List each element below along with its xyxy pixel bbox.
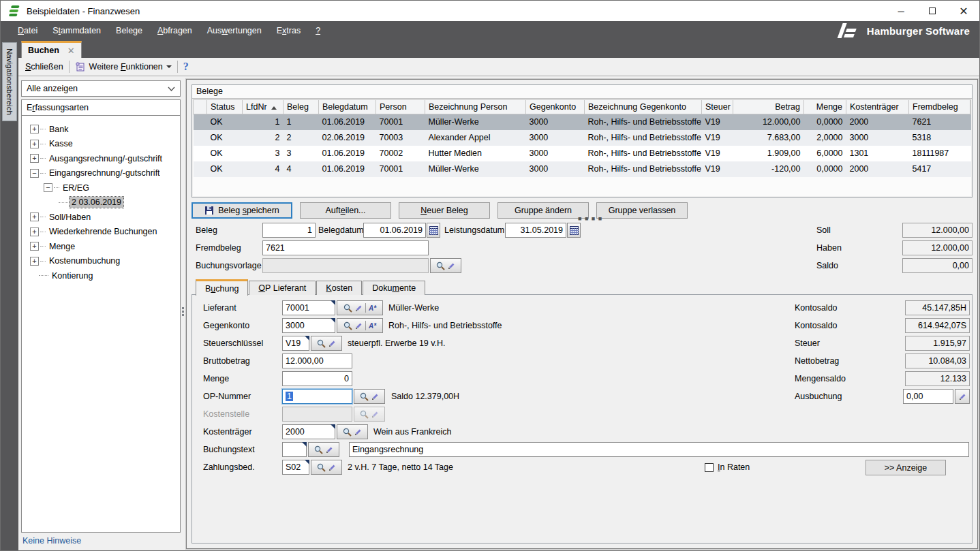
beleg-input[interactable] <box>262 223 316 238</box>
expand-icon[interactable]: + <box>30 140 39 148</box>
close-button[interactable]: ✕ <box>948 1 979 21</box>
gegenkonto-lookup-buttons[interactable]: A* <box>337 318 383 333</box>
col-steuer[interactable]: Steuer <box>702 100 733 114</box>
kostenstelle-input <box>282 407 352 422</box>
col-person[interactable]: Person <box>376 100 425 114</box>
lieferant-lookup-buttons[interactable]: A* <box>337 300 383 315</box>
tab-op-lieferant[interactable]: OP Lieferant <box>249 281 316 295</box>
collapse-icon[interactable]: − <box>44 183 52 192</box>
buchungstext-lookup-buttons[interactable] <box>308 442 339 457</box>
buchungstext-input[interactable] <box>349 442 969 457</box>
col-beleg[interactable]: Beleg <box>284 100 319 114</box>
steuerschluessel-input[interactable] <box>282 336 309 351</box>
tab-buchung[interactable]: Buchung <box>196 279 248 296</box>
expand-icon[interactable]: + <box>30 212 39 221</box>
ausbuchung-input[interactable] <box>903 389 953 404</box>
pencil-icon <box>328 340 336 347</box>
expand-icon[interactable]: + <box>30 154 39 163</box>
op-nummer-input[interactable]: 1 <box>282 389 352 404</box>
schliessen-button[interactable]: Schließen <box>25 62 63 72</box>
menu-belege[interactable]: Belege <box>108 21 150 40</box>
tree-item-date-selected[interactable]: 2 03.06.2019 <box>25 195 177 210</box>
pencil-icon <box>354 428 362 436</box>
col-belegdatum[interactable]: Belegdatum <box>319 100 376 114</box>
tab-close-icon[interactable]: ✕ <box>67 46 75 56</box>
search-icon <box>317 463 326 472</box>
fremdbeleg-input[interactable] <box>262 240 429 255</box>
table-row[interactable]: OK22 02.06.201970003Alexander Appel 3000… <box>194 130 971 146</box>
leistungsdatum-calendar-button[interactable] <box>567 223 581 238</box>
menu-extras[interactable]: Extras <box>269 21 308 40</box>
help-icon[interactable]: ? <box>183 61 189 73</box>
col-bez-person[interactable]: Bezeichnung Person <box>425 100 526 114</box>
title-bar: Beispieldaten - Finanzwesen ─ ✕ <box>1 1 979 21</box>
weitere-funktionen-button[interactable]: Weitere Funktionen <box>75 62 172 72</box>
gruppe-aendern-button[interactable]: Gruppe ändern <box>497 202 589 219</box>
menge-input[interactable] <box>282 371 352 386</box>
anzeige-filter-dropdown[interactable]: Alle anzeigen <box>21 80 181 97</box>
ausbuchung-pencil-button[interactable] <box>955 389 970 404</box>
tree-item-wiederkehrende[interactable]: +Wiederkehrende Buchungen <box>25 225 177 240</box>
menu-auswertungen[interactable]: Auswertungen <box>200 21 269 40</box>
table-row[interactable]: OK33 01.06.201970002Hutter Medien 3000Ro… <box>194 146 971 161</box>
op-nummer-lookup-buttons[interactable] <box>354 389 385 404</box>
col-kostentraeger[interactable]: Kostenträger <box>846 100 909 114</box>
tree-item-kostenumbuchung[interactable]: +Kostenumbuchung <box>25 254 177 269</box>
tab-dokumente[interactable]: Dokumente <box>363 281 425 295</box>
hinweise-status[interactable]: Keine Hinweise <box>21 533 181 549</box>
tab-kosten[interactable]: Kosten <box>316 281 362 295</box>
menu-hilfe[interactable]: ? <box>308 21 328 40</box>
expand-icon[interactable]: + <box>30 125 39 133</box>
buchungstext-code-input[interactable] <box>282 442 307 457</box>
buchungsvorlage-lookup-buttons[interactable] <box>430 258 461 273</box>
tree-item-soll-haben[interactable]: +Soll/Haben <box>25 210 177 225</box>
minimize-button[interactable]: ─ <box>885 1 917 21</box>
menu-stammdaten[interactable]: Stammdaten <box>45 21 108 40</box>
belegdatum-calendar-button[interactable] <box>427 223 440 238</box>
menu-datei[interactable]: Datei <box>10 21 45 40</box>
tree-item-er-eg[interactable]: −ER/EG <box>25 180 177 195</box>
expand-icon[interactable]: + <box>30 227 39 236</box>
gruppe-verlassen-button[interactable]: Gruppe verlassen <box>596 202 688 219</box>
tree-item-menge[interactable]: +Menge <box>25 239 177 254</box>
expand-icon[interactable]: + <box>30 257 39 266</box>
col-bez-gegenkonto[interactable]: Bezeichnung Gegenkonto <box>585 100 702 114</box>
col-status[interactable]: Status <box>207 100 243 114</box>
zahlungsbed-lookup-buttons[interactable] <box>311 460 342 475</box>
col-lfdnr[interactable]: LfdNr <box>243 100 284 114</box>
tab-buchen[interactable]: Buchen ✕ <box>21 41 82 58</box>
in-raten-checkbox[interactable] <box>705 463 714 472</box>
leistungsdatum-input[interactable] <box>505 223 566 238</box>
panel-splitter[interactable] <box>181 79 186 549</box>
kostentraeger-input[interactable] <box>282 424 335 439</box>
aufteilen-button[interactable]: Aufteilen... <box>300 202 391 219</box>
tree-item-kasse[interactable]: +Kasse <box>25 137 177 152</box>
neuer-beleg-button[interactable]: Neuer Beleg <box>399 202 490 219</box>
tree-item-kontierung[interactable]: Kontierung <box>25 268 177 283</box>
zahlungsbed-input[interactable] <box>282 460 309 475</box>
table-row[interactable]: OK11 01.06.201970001Müller-Werke 3000Roh… <box>194 114 971 130</box>
table-row[interactable]: OK44 01.06.201970001Müller-Werke 3000Roh… <box>194 161 971 177</box>
tree-item-bank[interactable]: +Bank <box>25 122 177 137</box>
belegdatum-input[interactable] <box>363 223 426 238</box>
collapse-icon[interactable]: − <box>30 169 39 178</box>
tree-item-eingangsrechnung[interactable]: −Eingangsrechnung/-gutschrift <box>25 166 177 181</box>
col-fremdbeleg[interactable]: Fremdbeleg <box>909 100 970 114</box>
menu-abfragen[interactable]: Abfragen <box>150 21 200 40</box>
bruttobetrag-input[interactable] <box>282 353 352 368</box>
col-row-selector[interactable] <box>194 100 207 114</box>
col-betrag[interactable]: Betrag <box>733 100 804 114</box>
tree-item-ausgangsrechnung[interactable]: +Ausgangsrechnung/-gutschrift <box>25 151 177 166</box>
beleg-speichern-button[interactable]: Beleg speichern <box>192 202 292 219</box>
anzeige-button[interactable]: >> Anzeige <box>866 460 946 475</box>
steuerschluessel-lookup-buttons[interactable] <box>311 336 342 351</box>
maximize-button[interactable] <box>917 1 948 21</box>
navigationsbereich-tab[interactable]: Navigationsbereich <box>2 42 17 121</box>
kostentraeger-lookup-buttons[interactable] <box>337 424 368 439</box>
haben-label: Haben <box>816 240 842 255</box>
gegenkonto-input[interactable] <box>282 318 335 333</box>
expand-icon[interactable]: + <box>30 242 39 251</box>
col-menge[interactable]: Menge <box>804 100 846 114</box>
lieferant-input[interactable] <box>282 300 335 315</box>
col-gegenkonto[interactable]: Gegenkonto <box>526 100 585 114</box>
